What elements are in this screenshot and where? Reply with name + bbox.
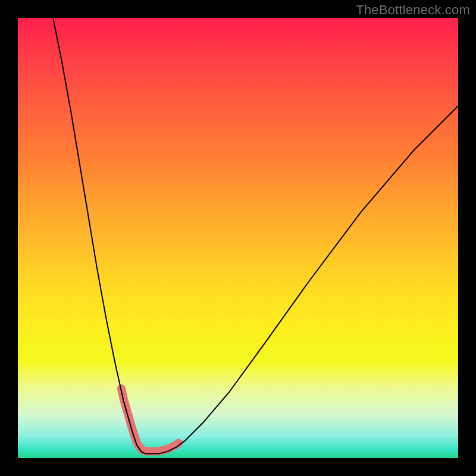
curve-layer: [18, 18, 458, 458]
bottleneck-curve: [53, 18, 458, 454]
plot-area: [18, 18, 458, 458]
chart-frame: TheBottleneck.com: [0, 0, 476, 476]
watermark-text: TheBottleneck.com: [356, 2, 470, 18]
highlight-arc: [121, 389, 178, 452]
